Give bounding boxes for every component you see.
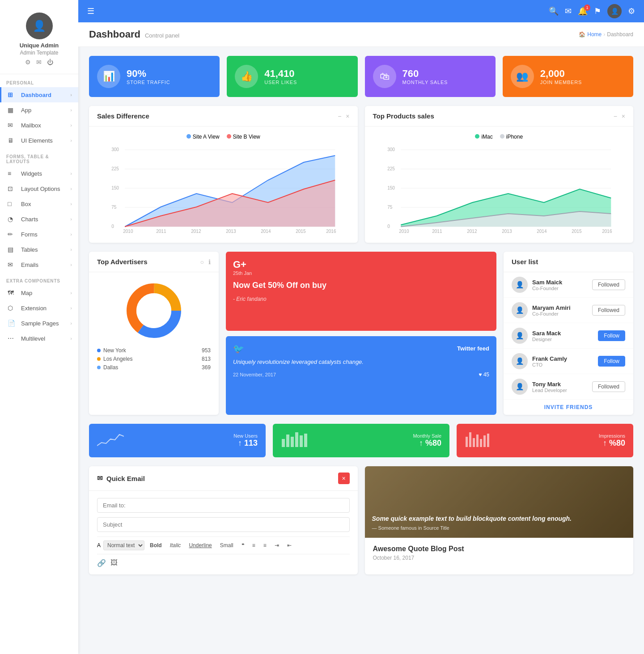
quick-email-close-button[interactable]: ×	[338, 473, 350, 484]
small-button[interactable]: Small	[217, 541, 236, 549]
editor-toolbar: A Normal text Bold Italic Underline Smal…	[97, 536, 350, 554]
sidebar-item-ui-elements[interactable]: 🖥 UI Elements ›	[0, 133, 78, 148]
gear-icon[interactable]: ⚙	[628, 6, 635, 16]
list-item: 👤 Sara Mack Designer Follow	[504, 323, 633, 349]
link-icon[interactable]: 🔗	[97, 559, 106, 567]
products-chart-title: Top Products sales	[373, 112, 434, 120]
mini-card-impressions: Impressions ↑ %80	[457, 424, 633, 457]
bold-button[interactable]: Bold	[147, 541, 165, 549]
follow-button[interactable]: Followed	[592, 305, 625, 316]
minimize-icon[interactable]: −	[614, 113, 617, 120]
follow-button[interactable]: Follow	[598, 356, 625, 367]
sidebar-item-charts[interactable]: ◔ Charts ›	[0, 211, 78, 227]
sidebar-item-widgets[interactable]: ≡ Widgets ›	[0, 166, 78, 181]
blog-title: Awesome Quote Blog Post	[373, 545, 626, 553]
list-item: 👤 Maryam Amiri Co-Founder Followed	[504, 298, 633, 323]
text-format-icon: A	[97, 542, 101, 549]
sidebar-item-map[interactable]: 🗺 Map ›	[0, 285, 78, 300]
hamburger-icon[interactable]: ☰	[87, 6, 94, 16]
sidebar-item-dashboard[interactable]: ⊞ Dashboard ›	[0, 87, 78, 102]
indent-button[interactable]: ⇥	[272, 541, 282, 549]
chevron-right-icon: ›	[70, 336, 72, 341]
outdent-button[interactable]: ⇤	[284, 541, 294, 549]
list-item: 👤 Frank Camly CTO Follow	[504, 349, 633, 374]
map-icon: 🗺	[8, 289, 17, 296]
sales-chart-title: Sales Difference	[97, 112, 149, 120]
close-icon[interactable]: ×	[622, 113, 625, 120]
underline-button[interactable]: Underline	[186, 541, 214, 549]
chevron-right-icon: ›	[70, 216, 72, 222]
search-icon[interactable]: 🔍	[549, 6, 559, 16]
blog-date: October 16, 2017	[373, 555, 626, 561]
mail-nav-icon[interactable]: ✉	[565, 6, 572, 16]
close-icon[interactable]: ×	[346, 113, 349, 120]
mini-cards-row: New Users ↑ 113 Monthly Sale	[89, 424, 633, 457]
svg-text:2010: 2010	[399, 229, 409, 234]
power-icon[interactable]: ⏻	[47, 59, 53, 66]
app-icon: ▦	[8, 106, 17, 114]
image-icon[interactable]: 🖼	[110, 559, 118, 567]
svg-text:2011: 2011	[432, 229, 442, 234]
minimize-icon[interactable]: −	[338, 113, 341, 120]
sidebar-item-layout[interactable]: ⊡ Layout Options ›	[0, 181, 78, 196]
sidebar-item-label: App	[21, 107, 31, 114]
extra-section-label: EXTRA COMPONENTS	[0, 272, 78, 285]
svg-point-41	[136, 293, 171, 328]
svg-text:2012: 2012	[467, 229, 477, 234]
svg-rect-52	[480, 439, 482, 447]
breadcrumb: 🏠 Home › Dashboard	[579, 31, 633, 38]
invite-friends-button[interactable]: INVITE FRIENDS	[504, 400, 633, 415]
members-label: JOIN MEMBERS	[540, 80, 582, 85]
sales-icon: 🛍	[373, 65, 396, 88]
unordered-list-button[interactable]: ≡	[261, 541, 269, 549]
follow-button[interactable]: Follow	[598, 330, 625, 341]
sidebar-item-forms[interactable]: ✏ Forms ›	[0, 227, 78, 242]
sales-value: 760	[402, 68, 448, 80]
email-icon[interactable]: ✉	[36, 59, 42, 66]
notification-icon[interactable]: 🔔 1	[578, 6, 588, 16]
subject-input[interactable]	[97, 517, 350, 532]
sidebar-item-label: UI Elements	[21, 137, 53, 144]
svg-text:2011: 2011	[156, 229, 166, 234]
twitter-feed-card: 🐦 Twitter feed Uniquely revolutionize le…	[226, 336, 496, 415]
ordered-list-button[interactable]: ≡	[250, 541, 258, 549]
members-icon: 👥	[511, 65, 534, 88]
sidebar-item-label: Dashboard	[21, 92, 51, 98]
settings-icon[interactable]: ⚙	[25, 59, 31, 66]
follow-button[interactable]: Followed	[592, 381, 625, 392]
sidebar-item-multilevel[interactable]: ⋯ Multilevel ›	[0, 331, 78, 346]
middle-row: Top Advertisers ○ ℹ	[89, 252, 633, 415]
products-chart-legend: iMac iPhone	[373, 134, 626, 140]
sidebar-item-box[interactable]: □ Box ›	[0, 196, 78, 211]
sidebar-item-extension[interactable]: ⬡ Extension ›	[0, 300, 78, 316]
svg-rect-49	[469, 432, 471, 447]
stat-cards-row: 📊 90% STORE TRAFFIC 👍 41,410 USER LIKES …	[89, 56, 633, 97]
svg-rect-46	[300, 435, 303, 447]
italic-button[interactable]: Italic	[167, 541, 184, 549]
flag-icon[interactable]: ⚑	[594, 6, 601, 16]
ui-icon: 🖥	[8, 137, 17, 144]
sidebar-item-app[interactable]: ▦ App ›	[0, 102, 78, 118]
blog-card: Some quick example text to build blockqu…	[365, 466, 634, 574]
info-icon[interactable]: ℹ	[208, 258, 211, 266]
sidebar-item-sample-pages[interactable]: 📄 Sample Pages ›	[0, 316, 78, 331]
social-column: G+ 25th Jan Now Get 50% Off on buy - Eri…	[226, 252, 496, 415]
circle-icon[interactable]: ○	[200, 258, 204, 266]
svg-text:2015: 2015	[296, 229, 306, 234]
tables-icon: ▤	[8, 246, 17, 253]
chevron-right-icon: ›	[70, 107, 72, 113]
sidebar-item-emails[interactable]: ✉ Emails ›	[0, 257, 78, 272]
svg-text:2016: 2016	[602, 229, 612, 234]
user-avatar[interactable]: 👤	[607, 4, 622, 18]
email-to-input[interactable]	[97, 498, 350, 513]
sidebar-item-tables[interactable]: ▤ Tables ›	[0, 242, 78, 257]
svg-rect-53	[483, 435, 486, 447]
text-style-select[interactable]: Normal text	[103, 540, 144, 550]
blockquote-button[interactable]: ❝	[239, 541, 247, 549]
sidebar-item-mailbox[interactable]: ✉ Mailbox ›	[0, 118, 78, 133]
emails-icon: ✉	[8, 261, 17, 268]
svg-text:2014: 2014	[261, 229, 271, 234]
top-advertisers-title: Top Advertisers	[97, 258, 148, 266]
follow-button[interactable]: Followed	[592, 279, 625, 290]
breadcrumb-home[interactable]: Home	[587, 31, 602, 38]
